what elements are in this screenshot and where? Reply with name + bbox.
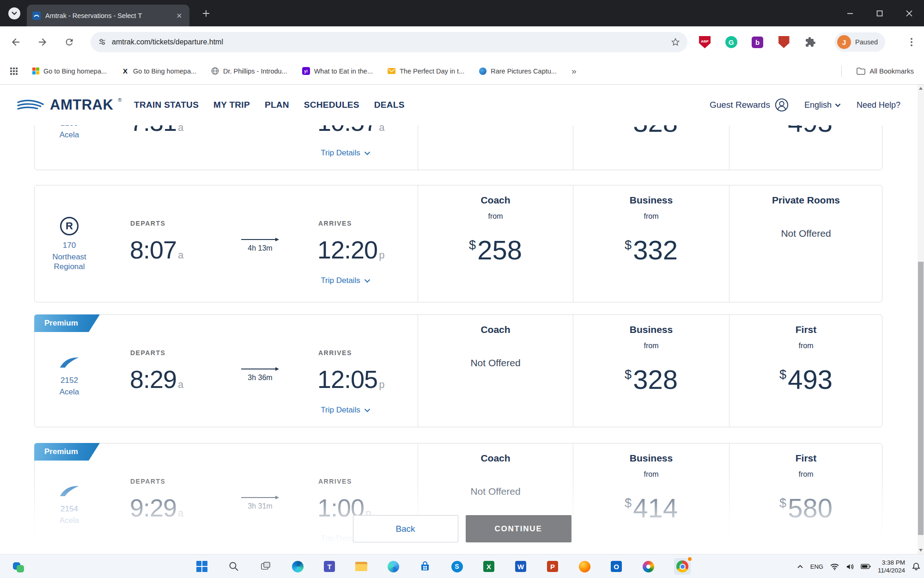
fare-private-rooms: Private Rooms Not Offered xyxy=(729,185,882,302)
amtrak-logo[interactable]: AMTRAK ® xyxy=(17,85,122,125)
close-button[interactable] xyxy=(894,0,924,26)
train-name[interactable]: Acela xyxy=(35,387,104,397)
outlook-icon[interactable]: O xyxy=(610,560,622,572)
all-bookmarks-button[interactable]: All Bookmarks xyxy=(857,67,914,75)
trip-details-link[interactable]: Trip Details xyxy=(296,406,395,415)
back-button[interactable] xyxy=(6,32,26,52)
bookmark-rare-pictures[interactable]: Rare Pictures Captu... xyxy=(479,68,557,75)
address-bar[interactable]: amtrak.com/tickets/departure.html xyxy=(91,32,687,52)
nav-plan[interactable]: PLAN xyxy=(265,100,289,110)
search-icon[interactable] xyxy=(228,560,240,572)
url-text[interactable]: amtrak.com/tickets/departure.html xyxy=(112,38,665,46)
tab-search-button[interactable] xyxy=(8,7,20,19)
tab-close-icon[interactable] xyxy=(175,11,184,20)
forward-button[interactable] xyxy=(32,32,53,52)
fare-business[interactable]: Business from $332 xyxy=(573,185,729,302)
skype-icon[interactable]: S xyxy=(451,560,463,572)
grammarly-icon[interactable]: G xyxy=(725,36,737,49)
train-number[interactable]: 2152 xyxy=(35,376,104,385)
nav-deals[interactable]: DEALS xyxy=(374,100,405,110)
tray-chevron-up-icon[interactable] xyxy=(797,564,803,569)
bookmark-what-to-eat[interactable]: y! What to Eat in the... xyxy=(302,67,373,75)
maximize-button[interactable] xyxy=(865,0,894,26)
language-selector[interactable]: English xyxy=(804,100,841,110)
bookmarks-bar: Go to Bing homepa... X Go to Bing homepa… xyxy=(0,58,924,85)
fare-coach[interactable]: Coach from $258 xyxy=(418,185,573,302)
site-header-right: Guest Rewards English Need Help? xyxy=(710,85,900,125)
apps-grid-icon[interactable] xyxy=(10,68,18,75)
bing-extension-icon[interactable]: b xyxy=(751,36,764,49)
arrives-label: ARRIVES xyxy=(318,220,352,227)
scroll-up-button[interactable] xyxy=(918,85,924,92)
yahoo-icon: y! xyxy=(302,67,310,75)
new-tab-button[interactable] xyxy=(201,8,212,19)
microsoft-store-icon[interactable] xyxy=(419,560,431,572)
mail-icon xyxy=(388,68,395,74)
battery-icon[interactable] xyxy=(861,564,871,569)
profile-button[interactable]: J Paused xyxy=(834,32,885,52)
bookmark-dr-phillips[interactable]: Dr. Phillips - Introdu... xyxy=(211,67,287,75)
copilot-icon[interactable] xyxy=(387,560,399,572)
notification-bell-icon[interactable] xyxy=(912,562,920,571)
continue-button[interactable]: CONTINUE xyxy=(466,515,571,542)
bookmark-perfect-day[interactable]: The Perfect Day in t... xyxy=(388,68,464,75)
task-view-icon[interactable] xyxy=(260,560,272,572)
adblock-plus-icon[interactable]: ABP xyxy=(699,36,711,49)
volume-icon[interactable] xyxy=(846,563,854,570)
bookmark-star-icon[interactable] xyxy=(671,37,680,47)
scrollbar[interactable] xyxy=(918,85,924,554)
guest-rewards-button[interactable]: Guest Rewards xyxy=(710,98,789,112)
from-label: from xyxy=(729,342,882,350)
language-indicator[interactable]: ENG xyxy=(810,563,823,570)
browser-menu-button[interactable] xyxy=(904,34,919,50)
fare-class: First xyxy=(729,324,882,335)
extensions-puzzle-icon[interactable] xyxy=(804,36,816,49)
browser-tab[interactable]: Amtrak - Reservations - Select T xyxy=(27,5,189,26)
train-identity[interactable]: R 170 Northeast Regional xyxy=(35,185,104,302)
bookmark-bing-2[interactable]: X Go to Bing homepa... xyxy=(122,67,196,75)
back-button-page[interactable]: Back xyxy=(353,515,458,542)
train-name[interactable]: Regional xyxy=(35,262,104,271)
bookmarks-overflow-chevron[interactable]: » xyxy=(571,66,577,76)
arrive-time: 12:05p xyxy=(317,365,384,399)
train-name[interactable]: Northeast xyxy=(35,252,104,262)
train-name[interactable]: Acela xyxy=(35,130,104,140)
nav-train-status[interactable]: TRAIN STATUS xyxy=(134,100,199,110)
bookmark-bing-1[interactable]: Go to Bing homepa... xyxy=(32,68,107,75)
reload-button[interactable] xyxy=(59,32,79,52)
amtrak-wave-icon xyxy=(17,98,45,112)
excel-icon[interactable]: X xyxy=(483,560,495,572)
fare-first[interactable]: First from $493 xyxy=(729,315,882,427)
wifi-icon[interactable] xyxy=(830,563,839,570)
photos-icon[interactable] xyxy=(642,560,654,572)
chevron-down-icon xyxy=(364,408,371,412)
start-button[interactable] xyxy=(196,560,208,572)
file-explorer-icon[interactable] xyxy=(355,560,367,572)
fare-class: Business xyxy=(573,195,729,206)
clock[interactable]: 3:38 PM 11/4/2024 xyxy=(878,559,905,574)
need-help-link[interactable]: Need Help? xyxy=(857,100,900,110)
nav-my-trip[interactable]: MY TRIP xyxy=(213,100,250,110)
edge-icon[interactable] xyxy=(292,560,304,572)
powerpoint-icon[interactable]: P xyxy=(547,560,559,572)
arrive-time: 12:20p xyxy=(317,235,384,270)
chrome-icon[interactable] xyxy=(674,558,691,575)
not-offered: Not Offered xyxy=(729,228,882,239)
fare-business[interactable]: Business from $328 xyxy=(573,315,729,427)
word-icon[interactable]: W xyxy=(515,560,527,572)
trip-details-link[interactable]: Trip Details xyxy=(296,148,395,158)
firefox-icon[interactable] xyxy=(578,560,590,572)
scroll-down-button[interactable] xyxy=(918,547,924,554)
from-label: from xyxy=(418,212,573,221)
folder-icon xyxy=(857,68,865,75)
nav-schedules[interactable]: SCHEDULES xyxy=(304,100,359,110)
widgets-icon[interactable] xyxy=(13,560,25,572)
scrollbar-thumb[interactable] xyxy=(918,262,924,535)
site-settings-icon[interactable] xyxy=(98,38,106,46)
ublock-icon[interactable] xyxy=(778,36,790,49)
fare-class: Business xyxy=(573,453,729,464)
teams-icon[interactable]: T xyxy=(323,560,335,572)
train-number[interactable]: 170 xyxy=(35,241,104,250)
trip-details-link[interactable]: Trip Details xyxy=(296,276,395,285)
minimize-button[interactable] xyxy=(835,0,865,26)
